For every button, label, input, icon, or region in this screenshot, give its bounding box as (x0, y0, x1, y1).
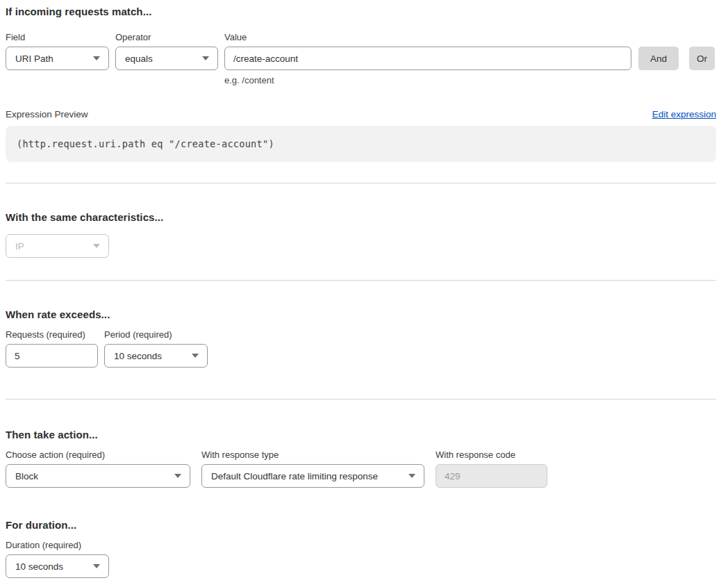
characteristics-form-row: IP (6, 234, 716, 258)
chevron-down-icon (192, 354, 199, 358)
response-type-label: With response type (201, 450, 424, 461)
choose-action-label: Choose action (required) (6, 450, 190, 461)
rate-form-row: Requests (required) Period (required) 10… (6, 329, 716, 368)
section-divider (6, 183, 716, 183)
response-code-input (436, 464, 547, 488)
duration-select-value: 10 seconds (15, 561, 63, 572)
rate-section-heading: When rate exceeds... (6, 307, 716, 322)
chevron-down-icon (202, 56, 209, 60)
action-section-heading: Then take action... (6, 427, 716, 443)
characteristic-select: IP (6, 234, 109, 258)
duration-label: Duration (required) (6, 540, 109, 551)
period-select-value: 10 seconds (114, 351, 162, 361)
characteristic-select-value: IP (15, 241, 24, 252)
field-select[interactable]: URI Path (6, 47, 109, 70)
value-label: Value (224, 32, 631, 43)
expression-code-text: (http.request.uri.path eq "/create-accou… (17, 138, 274, 149)
value-input[interactable] (224, 47, 631, 70)
chevron-down-icon (93, 244, 100, 248)
choose-action-select[interactable]: Block (6, 464, 190, 488)
and-button[interactable]: And (638, 47, 679, 70)
rate-limit-rule-form: If incoming requests match... Field URI … (0, 0, 728, 578)
chevron-down-icon (93, 564, 100, 568)
or-button[interactable]: Or (689, 47, 715, 70)
section-divider (6, 399, 716, 399)
edit-expression-link[interactable]: Edit expression (652, 108, 716, 121)
chevron-down-icon (408, 474, 415, 478)
chevron-down-icon (174, 474, 181, 478)
requests-input[interactable] (6, 344, 98, 368)
field-select-value: URI Path (15, 53, 53, 64)
duration-section-heading: For duration... (6, 518, 716, 533)
action-form-row: Choose action (required) Block With resp… (6, 450, 716, 488)
response-type-select[interactable]: Default Cloudflare rate limiting respons… (201, 464, 424, 488)
operator-label: Operator (115, 32, 218, 43)
chevron-down-icon (93, 56, 100, 60)
duration-form-row: Duration (required) 10 seconds (6, 540, 716, 578)
match-form-row: Field URI Path Operator equals Value e.g… (6, 32, 716, 86)
choose-action-select-value: Block (15, 471, 38, 481)
response-type-select-value: Default Cloudflare rate limiting respons… (211, 471, 378, 481)
period-label: Period (required) (104, 329, 208, 340)
duration-select[interactable]: 10 seconds (6, 554, 109, 578)
value-helper-text: e.g. /content (224, 75, 631, 86)
operator-select-value: equals (125, 53, 153, 64)
match-section-heading: If incoming requests match... (6, 4, 716, 19)
section-divider (6, 280, 716, 281)
field-label: Field (6, 32, 109, 43)
requests-label: Requests (required) (6, 329, 98, 340)
response-code-label: With response code (436, 450, 547, 461)
operator-select[interactable]: equals (115, 47, 218, 70)
expression-preview-label: Expression Preview (6, 108, 88, 121)
expression-preview-code: (http.request.uri.path eq "/create-accou… (6, 126, 716, 162)
characteristics-section-heading: With the same characteristics... (6, 210, 716, 225)
expression-preview-header: Expression Preview Edit expression (6, 108, 716, 121)
period-select[interactable]: 10 seconds (104, 344, 208, 368)
